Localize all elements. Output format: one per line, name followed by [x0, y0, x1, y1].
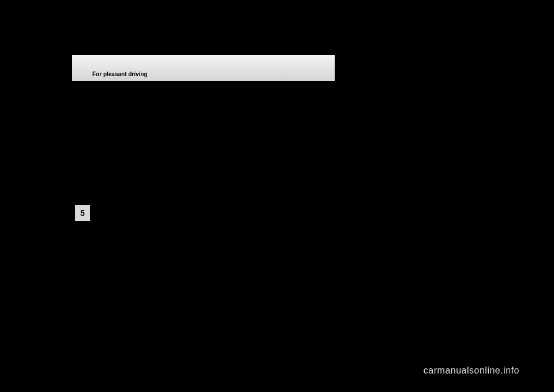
section-number: 5: [80, 208, 85, 218]
watermark-text: carmanualsonline.info: [424, 365, 519, 376]
page-header: For pleasant driving: [72, 55, 335, 81]
header-title: For pleasant driving: [92, 71, 148, 77]
section-tab: 5: [75, 205, 90, 221]
